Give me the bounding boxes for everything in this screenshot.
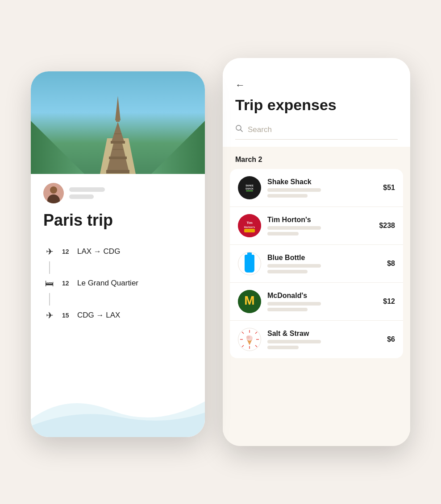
salt-straw-logo [238, 328, 261, 351]
svg-marker-4 [110, 144, 126, 158]
svg-rect-5 [109, 157, 127, 159]
skeleton-line-1 [69, 187, 105, 192]
itinerary-item-flight2: ✈ 15 CDG → LAX [43, 306, 192, 325]
salt-straw-amount: $6 [387, 335, 395, 343]
svg-rect-1 [116, 118, 120, 122]
day-3: 15 [62, 312, 71, 319]
blue-bottle-name: Blue Bottle [267, 254, 381, 262]
itinerary-item-flight1: ✈ 12 LAX → CDG [43, 242, 192, 261]
expense-item-blue-bottle[interactable]: Blue Bottle $8 [230, 245, 403, 283]
eiffel-tower-icon [100, 94, 136, 174]
search-placeholder: Search [248, 125, 272, 134]
left-phone: Paris trip ✈ 12 LAX → CDG 🛏 12 Le Grand … [31, 71, 205, 437]
label-2: Le Grand Quartier [77, 279, 138, 288]
svg-rect-19 [244, 229, 255, 232]
itinerary: ✈ 12 LAX → CDG 🛏 12 Le Grand Quartier ✈ … [43, 242, 192, 325]
shake-shack-info: Shake Shack [267, 178, 377, 198]
expenses-body: March 2 SHAKE SHACK [223, 147, 410, 446]
expense-item-mcdonalds[interactable]: M McDonald's $12 [230, 283, 403, 321]
tim-hortons-amount: $238 [379, 222, 395, 230]
connector-2 [49, 293, 50, 306]
right-phone: ← Trip expenses Search March 2 [223, 58, 410, 446]
blue-bottle-icon [245, 255, 254, 273]
svg-text:Horton's: Horton's [244, 226, 255, 228]
svg-point-33 [246, 336, 250, 339]
skel-7 [267, 302, 321, 306]
skel-2 [267, 194, 308, 198]
bed-icon: 🛏 [43, 278, 56, 289]
shake-shack-logo: SHAKE SHACK [238, 176, 261, 199]
svg-text:SHACK: SHACK [245, 187, 254, 190]
skel-5 [267, 264, 321, 268]
mcdonalds-logo: M [238, 290, 261, 313]
expenses-header: ← Trip expenses Search [223, 58, 410, 147]
day-2: 12 [62, 280, 71, 287]
trip-title: Paris trip [43, 211, 192, 229]
skeleton-line-2 [69, 194, 94, 199]
trees-left [31, 98, 84, 174]
skel-9 [267, 340, 321, 343]
blue-bottle-amount: $8 [387, 260, 395, 268]
expenses-screen: ← Trip expenses Search March 2 [223, 58, 410, 446]
itinerary-item-hotel: 🛏 12 Le Grand Quartier [43, 274, 192, 293]
tim-hortons-logo: Tim Horton's [238, 214, 261, 237]
plane-icon-2: ✈ [43, 310, 56, 321]
skel-10 [267, 346, 299, 349]
search-bar[interactable]: Search [235, 121, 398, 140]
left-phone-content: Paris trip ✈ 12 LAX → CDG 🛏 12 Le Grand … [31, 174, 205, 437]
connector-1 [49, 261, 50, 274]
skel-3 [267, 226, 321, 230]
tim-hortons-info: Tim Horton's [267, 216, 373, 235]
salt-straw-info: Salt & Straw [267, 330, 381, 349]
back-button[interactable]: ← [235, 79, 245, 91]
svg-text:Tim: Tim [246, 221, 253, 225]
avatar-head [50, 186, 57, 194]
tim-hortons-name: Tim Horton's [267, 216, 373, 224]
section-date: March 2 [223, 147, 410, 169]
svg-text:M: M [244, 293, 254, 307]
svg-line-24 [255, 332, 257, 334]
svg-text:SHAKE: SHAKE [245, 184, 254, 187]
skel-6 [267, 270, 308, 273]
mcdonalds-amount: $12 [383, 297, 395, 306]
avatar-body [47, 194, 60, 203]
scene: Paris trip ✈ 12 LAX → CDG 🛏 12 Le Grand … [13, 40, 428, 464]
svg-line-30 [242, 332, 244, 334]
skel-8 [267, 308, 308, 311]
profile-row [43, 183, 192, 203]
skel-1 [267, 188, 321, 192]
skeleton-group [69, 187, 192, 199]
svg-line-11 [241, 130, 243, 132]
avatar [43, 183, 64, 203]
svg-marker-2 [111, 122, 125, 143]
blue-bottle-info: Blue Bottle [267, 254, 381, 273]
svg-marker-0 [115, 96, 121, 120]
expense-list: SHAKE SHACK Shake Shack $51 [230, 169, 403, 358]
mcdonalds-info: McDonald's [267, 292, 377, 311]
wave-decoration [31, 384, 205, 437]
mcdonalds-name: McDonald's [267, 292, 377, 300]
trees-right [151, 98, 205, 174]
label-3: CDG → LAX [77, 311, 120, 320]
label-1: LAX → CDG [77, 247, 120, 256]
plane-icon-1: ✈ [43, 246, 56, 257]
expense-item-salt-straw[interactable]: Salt & Straw $6 [230, 321, 403, 358]
svg-line-26 [255, 345, 257, 347]
hero-image [31, 71, 205, 174]
svg-rect-7 [106, 170, 129, 174]
day-1: 12 [62, 248, 71, 255]
shake-shack-name: Shake Shack [267, 178, 377, 186]
search-icon [235, 124, 243, 135]
svg-line-28 [242, 345, 244, 347]
expense-item-tim-hortons[interactable]: Tim Horton's Tim Horton's $238 [230, 207, 403, 245]
salt-straw-name: Salt & Straw [267, 330, 381, 338]
svg-rect-15 [246, 190, 253, 191]
expenses-title: Trip expenses [235, 96, 398, 114]
avatar-person [47, 186, 60, 203]
blue-bottle-logo [238, 252, 261, 275]
skel-4 [267, 232, 299, 235]
svg-marker-6 [107, 159, 129, 172]
svg-rect-3 [111, 141, 125, 144]
shake-shack-amount: $51 [383, 184, 395, 192]
expense-item-shake-shack[interactable]: SHAKE SHACK Shake Shack $51 [230, 169, 403, 207]
